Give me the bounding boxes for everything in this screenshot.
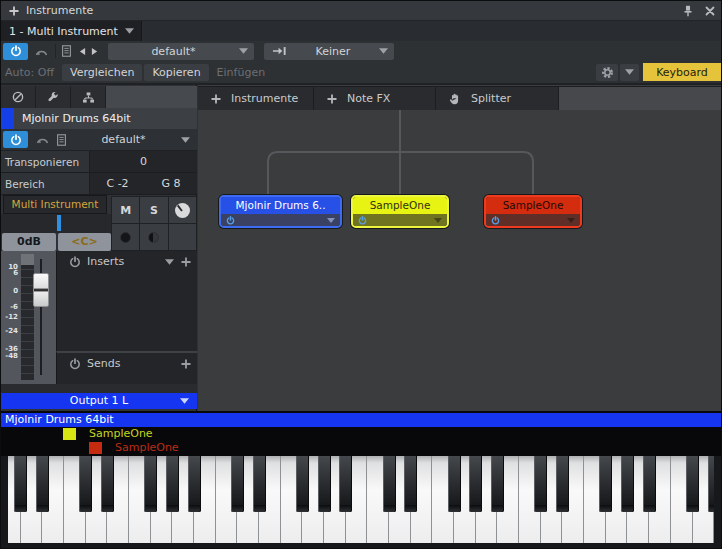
level-meter bbox=[21, 254, 34, 380]
graph-node-3[interactable]: SampleOne bbox=[484, 195, 582, 228]
graph-node-2[interactable]: SampleOne bbox=[351, 195, 449, 228]
node-power-button[interactable] bbox=[3, 131, 28, 148]
channel-indicator bbox=[57, 215, 61, 231]
graph-node-1[interactable]: Mjolnir Drums 6.. bbox=[219, 195, 342, 228]
output-selector[interactable]: Output 1 L bbox=[1, 393, 197, 409]
pan-button[interactable]: <C> bbox=[58, 233, 111, 251]
piano-key-black[interactable] bbox=[643, 456, 656, 512]
piano-key-black[interactable] bbox=[599, 456, 612, 512]
node-power-icon[interactable] bbox=[226, 216, 235, 225]
solo-button[interactable]: S bbox=[140, 197, 167, 223]
piano-key-black[interactable] bbox=[101, 456, 114, 512]
piano-key-black[interactable] bbox=[318, 456, 331, 512]
piano-key-black[interactable] bbox=[686, 456, 699, 512]
chevron-down-icon[interactable] bbox=[181, 137, 190, 143]
transpose-value[interactable]: 0 bbox=[89, 151, 197, 173]
preset-list-icon[interactable] bbox=[62, 45, 71, 57]
copy-button[interactable]: Kopieren bbox=[144, 64, 208, 81]
add-send-icon[interactable] bbox=[181, 359, 191, 369]
empty-cell bbox=[169, 224, 196, 250]
tools-icon[interactable] bbox=[36, 86, 71, 108]
instrument-power-button[interactable] bbox=[3, 43, 28, 60]
piano-key-black[interactable] bbox=[534, 456, 547, 512]
instrument-selector-dropdown[interactable]: 1 - Multi Instrument bbox=[1, 21, 142, 41]
piano-key-black[interactable] bbox=[404, 456, 417, 512]
node-dropdown-icon[interactable] bbox=[567, 218, 575, 223]
auto-status[interactable]: Auto: Off bbox=[5, 66, 54, 79]
pan-knob[interactable] bbox=[175, 203, 190, 218]
instrument-color-swatch[interactable] bbox=[1, 108, 14, 129]
node-dropdown-icon[interactable] bbox=[434, 218, 442, 223]
layer-color-swatch bbox=[89, 442, 102, 454]
input-monitor-cell bbox=[140, 224, 167, 250]
piano-key-black[interactable] bbox=[448, 456, 461, 512]
piano-key-black[interactable] bbox=[383, 456, 396, 512]
next-preset-icon[interactable] bbox=[91, 47, 98, 56]
macro-knob-icon[interactable] bbox=[35, 47, 48, 56]
piano-key-black[interactable] bbox=[621, 456, 634, 512]
piano-key-black[interactable] bbox=[36, 456, 49, 512]
volume-fader-handle[interactable] bbox=[33, 273, 49, 307]
panel-gap bbox=[1, 384, 197, 393]
gear-icon[interactable] bbox=[596, 64, 618, 81]
range-high[interactable]: G 8 bbox=[162, 177, 181, 190]
piano-key-black[interactable] bbox=[188, 456, 201, 512]
instrument-selector-row: 1 - Multi Instrument bbox=[1, 21, 721, 41]
options-dropdown-icon[interactable] bbox=[620, 64, 639, 81]
sends-label: Sends bbox=[87, 357, 174, 370]
piano-key-black[interactable] bbox=[708, 456, 715, 512]
chevron-down-icon bbox=[239, 48, 248, 54]
node-dropdown-icon[interactable] bbox=[327, 218, 335, 223]
splitter-tree-icon[interactable] bbox=[71, 86, 106, 108]
monitor-half-icon[interactable] bbox=[148, 232, 159, 243]
sends-power-icon[interactable] bbox=[69, 358, 81, 370]
piano-key-black[interactable] bbox=[469, 456, 482, 512]
node-strip bbox=[353, 214, 447, 226]
fader-scale-label: -48 bbox=[1, 352, 18, 360]
close-icon[interactable] bbox=[699, 2, 721, 20]
preset-list-icon[interactable] bbox=[57, 134, 66, 146]
node-graph-canvas: Instrumente Note FX Splitter Mjolnir Dru… bbox=[198, 85, 722, 411]
compare-button[interactable]: Vergleichen bbox=[62, 64, 142, 81]
piano-key-black[interactable] bbox=[79, 456, 92, 512]
piano-key-black[interactable] bbox=[296, 456, 309, 512]
range-values[interactable]: C -2G 8 bbox=[89, 173, 197, 195]
instruments-panel-window: Instrumente 1 - Multi Instrument default… bbox=[0, 0, 722, 549]
macro-knob-icon[interactable] bbox=[36, 135, 49, 144]
paste-button[interactable]: Einfügen bbox=[217, 66, 266, 79]
output-destination-dropdown[interactable]: Keiner bbox=[264, 43, 394, 60]
piano-key-black[interactable] bbox=[166, 456, 179, 512]
piano-key-black[interactable] bbox=[144, 456, 157, 512]
keyboard-toggle-button[interactable]: Keyboard bbox=[643, 63, 721, 81]
mute-button[interactable]: M bbox=[112, 197, 139, 223]
node-power-icon[interactable] bbox=[491, 216, 500, 225]
inspector-preset-value[interactable]: default* bbox=[66, 133, 181, 146]
node-power-icon[interactable] bbox=[358, 216, 367, 225]
piano-key-black[interactable] bbox=[231, 456, 244, 512]
range-label: Bereich bbox=[1, 173, 89, 195]
inserts-power-icon[interactable] bbox=[69, 256, 81, 268]
volume-button[interactable]: 0dB bbox=[2, 233, 56, 251]
pitch-mode-icon[interactable] bbox=[1, 86, 36, 108]
tab-multi-instrument[interactable]: Multi Instrument bbox=[3, 195, 107, 214]
preset-toolbar: default* Keiner bbox=[1, 41, 721, 61]
piano-key-black[interactable] bbox=[339, 456, 352, 512]
layer-item-row[interactable]: SampleOne bbox=[1, 427, 722, 441]
add-instrument-icon[interactable] bbox=[9, 6, 19, 16]
preset-dropdown[interactable]: default* bbox=[108, 43, 254, 60]
piano-key-black[interactable] bbox=[253, 456, 266, 512]
layer-item-row[interactable]: SampleOne bbox=[1, 441, 722, 455]
actions-row: Auto: Off Vergleichen Kopieren Einfügen … bbox=[1, 61, 721, 85]
range-low[interactable]: C -2 bbox=[106, 177, 128, 190]
inserts-expand-icon[interactable] bbox=[165, 259, 174, 265]
add-insert-icon[interactable] bbox=[181, 257, 191, 267]
node-layer: Mjolnir Drums 6..SampleOneSampleOne bbox=[198, 85, 722, 411]
piano-key-black[interactable] bbox=[556, 456, 569, 512]
record-dot-icon[interactable] bbox=[120, 232, 131, 243]
layer-main-row[interactable]: Mjolnir Drums 64bit bbox=[1, 413, 722, 427]
output-label: Output 1 L bbox=[70, 394, 128, 407]
piano-key-black[interactable] bbox=[14, 456, 27, 512]
previous-preset-icon[interactable] bbox=[79, 47, 86, 56]
pin-icon[interactable] bbox=[677, 2, 699, 20]
piano-key-black[interactable] bbox=[491, 456, 504, 512]
